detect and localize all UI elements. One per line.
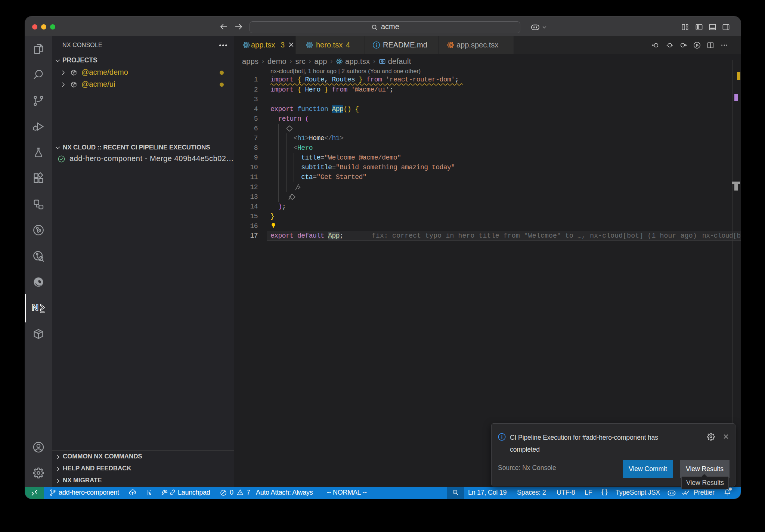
svg-text:N: N [32,302,38,313]
